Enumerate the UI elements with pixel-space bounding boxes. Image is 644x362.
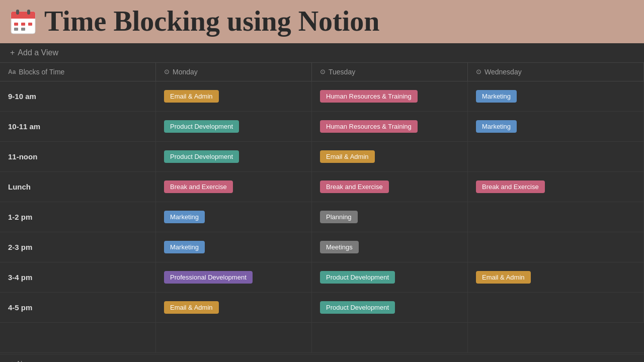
tag-monday-7: Email & Admin <box>164 301 219 314</box>
svg-rect-3 <box>16 10 19 15</box>
tag-monday-4: Marketing <box>164 211 205 223</box>
svg-rect-4 <box>27 10 30 15</box>
tag-tuesday-2: Email & Admin <box>320 150 375 163</box>
cell-monday-4[interactable]: Marketing <box>156 202 312 232</box>
svg-rect-6 <box>21 23 25 26</box>
cell-wednesday-5[interactable] <box>468 232 644 262</box>
cell-monday-3[interactable]: Break and Exercise <box>156 172 312 202</box>
cell-wednesday-0[interactable]: Marketing <box>468 81 644 112</box>
calendar-icon <box>10 9 36 35</box>
plus-icon-new: + <box>10 359 14 362</box>
cell-monday-5[interactable]: Marketing <box>156 232 312 262</box>
new-label: New <box>17 359 31 362</box>
time-cell-2[interactable]: 11-noon <box>0 142 156 172</box>
add-view-button[interactable]: + Add a View <box>0 43 644 62</box>
cell-tuesday-0[interactable]: Human Resources & Training <box>312 81 468 112</box>
cell-tuesday-7[interactable]: Product Development <box>312 293 468 323</box>
cell-tuesday-4[interactable]: Planning <box>312 202 468 232</box>
tag-tuesday-4: Planning <box>320 211 358 223</box>
col-header-monday-label: Monday <box>173 68 198 76</box>
tag-monday-3: Break and Exercise <box>164 180 233 193</box>
cell-monday-7[interactable]: Email & Admin <box>156 293 312 323</box>
col-header-wednesday-label: Wednesday <box>485 68 522 76</box>
plus-icon: + <box>10 48 15 57</box>
time-cell-4[interactable]: 1-2 pm <box>0 202 156 232</box>
col-header-tuesday: ⊙ Tuesday <box>312 63 468 81</box>
tag-monday-1: Product Development <box>164 120 239 133</box>
cell-wednesday-6[interactable]: Email & Admin <box>468 262 644 293</box>
cell-wednesday-3[interactable]: Break and Exercise <box>468 172 644 202</box>
time-cell-1[interactable]: 10-11 am <box>0 112 156 142</box>
col-header-monday: ⊙ Monday <box>156 63 312 81</box>
page-title: Time Blocking using Notion <box>44 6 379 37</box>
cell-monday-1[interactable]: Product Development <box>156 112 312 142</box>
cell-monday-0[interactable]: Email & Admin <box>156 81 312 112</box>
tag-monday-5: Marketing <box>164 241 205 253</box>
tag-monday-0: Email & Admin <box>164 90 219 103</box>
add-view-label: Add a View <box>18 48 58 57</box>
cell-wednesday-7[interactable] <box>468 293 644 323</box>
svg-rect-8 <box>14 28 18 31</box>
tag-tuesday-5: Meetings <box>320 241 359 253</box>
header-banner: Time Blocking using Notion <box>0 0 644 43</box>
text-type-icon: Aa <box>8 68 16 75</box>
col-header-blocks: Aa Blocks of Time <box>0 63 156 81</box>
tag-wednesday-6: Email & Admin <box>476 271 531 284</box>
time-cell-7[interactable]: 4-5 pm <box>0 293 156 323</box>
cell-tuesday-3[interactable]: Break and Exercise <box>312 172 468 202</box>
tag-wednesday-3: Break and Exercise <box>476 180 545 193</box>
time-cell-8[interactable] <box>0 323 156 353</box>
tag-tuesday-3: Break and Exercise <box>320 180 389 193</box>
time-blocking-table: Aa Blocks of Time ⊙ Monday ⊙ Tuesday ⊙ W… <box>0 62 644 353</box>
new-button[interactable]: + New <box>0 354 644 362</box>
cell-monday-2[interactable]: Product Development <box>156 142 312 172</box>
tag-tuesday-0: Human Resources & Training <box>320 90 418 103</box>
svg-rect-7 <box>28 23 32 26</box>
svg-rect-2 <box>11 17 35 19</box>
cell-tuesday-8[interactable] <box>312 323 468 353</box>
tag-monday-2: Product Development <box>164 150 239 163</box>
tag-wednesday-1: Marketing <box>476 120 517 133</box>
select-icon-monday: ⊙ <box>164 68 170 75</box>
time-cell-5[interactable]: 2-3 pm <box>0 232 156 262</box>
cell-tuesday-6[interactable]: Product Development <box>312 262 468 293</box>
svg-rect-5 <box>14 23 18 26</box>
svg-rect-9 <box>21 28 25 31</box>
col-header-tuesday-label: Tuesday <box>329 68 355 76</box>
cell-tuesday-1[interactable]: Human Resources & Training <box>312 112 468 142</box>
select-icon-tuesday: ⊙ <box>320 68 326 75</box>
cell-monday-8[interactable] <box>156 323 312 353</box>
cell-tuesday-5[interactable]: Meetings <box>312 232 468 262</box>
cell-tuesday-2[interactable]: Email & Admin <box>312 142 468 172</box>
tag-tuesday-6: Product Development <box>320 271 395 284</box>
time-cell-3[interactable]: Lunch <box>0 172 156 202</box>
col-header-wednesday: ⊙ Wednesday <box>468 63 644 81</box>
col-header-blocks-label: Blocks of Time <box>19 68 64 76</box>
cell-wednesday-4[interactable] <box>468 202 644 232</box>
tag-tuesday-1: Human Resources & Training <box>320 120 418 133</box>
table-grid: Aa Blocks of Time ⊙ Monday ⊙ Tuesday ⊙ W… <box>0 62 644 353</box>
cell-wednesday-2[interactable] <box>468 142 644 172</box>
cell-wednesday-1[interactable]: Marketing <box>468 112 644 142</box>
time-cell-0[interactable]: 9-10 am <box>0 81 156 112</box>
select-icon-wednesday: ⊙ <box>476 68 481 75</box>
tag-tuesday-7: Product Development <box>320 301 395 314</box>
cell-monday-6[interactable]: Professional Development <box>156 262 312 293</box>
tag-wednesday-0: Marketing <box>476 90 517 103</box>
time-cell-6[interactable]: 3-4 pm <box>0 262 156 293</box>
cell-wednesday-8[interactable] <box>468 323 644 353</box>
tag-monday-6: Professional Development <box>164 271 253 284</box>
